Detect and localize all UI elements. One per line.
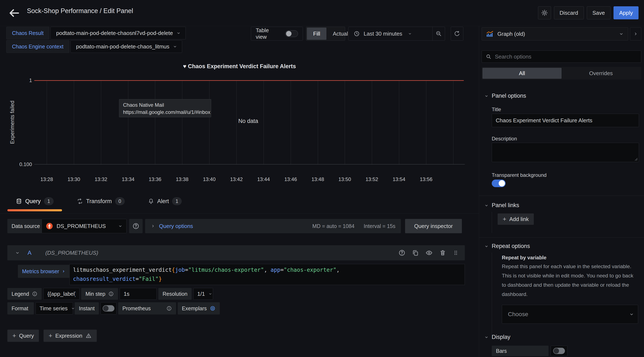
min-step-input[interactable]: [120, 288, 157, 300]
variable-value-text: podtato-main-pod-delete-chaosnl7vd-pod-d…: [56, 30, 173, 37]
max-data-points-stat: MD = auto = 1084: [312, 223, 354, 229]
no-data-label: No data: [238, 118, 258, 124]
x-tick-label: 13:30: [68, 176, 80, 182]
x-tick-label: 13:32: [95, 176, 107, 182]
query-options-strip: Query options MD = auto = 1084 Interval …: [145, 219, 401, 233]
instant-toggle-box: [100, 302, 116, 314]
plot-area[interactable]: No data: [34, 80, 465, 164]
exemplars-target-icon[interactable]: [210, 305, 216, 311]
refresh-button[interactable]: [451, 27, 463, 41]
table-view-label: Table view: [256, 27, 281, 40]
options-tab-overrides[interactable]: Overrides: [562, 68, 641, 79]
duplicate-query-icon[interactable]: [412, 249, 419, 256]
data-source-help-button[interactable]: [129, 219, 142, 233]
display-section-header[interactable]: Display: [484, 334, 510, 340]
tab-label: Query: [25, 198, 41, 205]
resolution-select[interactable]: 1/1: [193, 288, 213, 300]
options-pane: Graph (old) All Overrides Panel opt: [479, 26, 644, 357]
description-field-label: Description: [492, 136, 517, 142]
clock-icon: [354, 31, 360, 37]
gridline: [345, 80, 345, 164]
resolution-value: 1/1: [197, 291, 205, 297]
drag-handle-icon[interactable]: [452, 249, 459, 256]
chevron-down-icon: [484, 335, 489, 339]
query-row-header[interactable]: A (DS_PROMETHEUS): [7, 245, 465, 260]
bell-icon: [148, 198, 154, 204]
apply-button[interactable]: Apply: [614, 6, 638, 19]
x-tick-label: 13:38: [176, 176, 188, 182]
query-options-row-2: Format Time series Instant Prometheus Ex…: [7, 302, 220, 314]
resize-handle-icon[interactable]: [634, 158, 638, 161]
gridline: [74, 80, 74, 164]
tab-count-badge: 0: [115, 197, 125, 205]
chevron-down-icon[interactable]: [15, 250, 20, 255]
options-tab-all[interactable]: All: [482, 68, 562, 79]
tab-alert[interactable]: Alert 1: [140, 194, 190, 211]
repeat-variable-select[interactable]: Choose: [502, 305, 638, 324]
variable-chaos-result: Chaos Result podtato-main-pod-delete-cha…: [6, 27, 186, 39]
query-options-toggle[interactable]: Query options: [150, 223, 193, 229]
chevron-down-icon: [619, 31, 624, 37]
repeat-options-section-header[interactable]: Repeat options: [484, 243, 530, 249]
help-circle-icon[interactable]: [398, 249, 406, 256]
hide-query-eye-icon[interactable]: [425, 249, 433, 256]
tooltip-url[interactable]: https://mail.google.com/mail/u/1/#inbox: [123, 109, 207, 116]
graph-viz-icon: [486, 31, 494, 37]
back-button[interactable]: [9, 8, 20, 18]
panel-title-input[interactable]: [492, 114, 639, 127]
legend-label: Legend: [7, 288, 42, 300]
x-tick-label: 13:36: [149, 176, 161, 182]
gridline: [209, 80, 210, 164]
panel-options-section-header[interactable]: Panel options: [484, 93, 526, 99]
prometheus-label: Prometheus: [118, 302, 176, 314]
query-inspector-button[interactable]: Query inspector: [405, 219, 462, 233]
heart-icon: ♥: [183, 63, 186, 70]
warning-triangle-icon: [86, 332, 92, 339]
delete-query-trash-icon[interactable]: [439, 249, 446, 256]
chevron-down-icon: [208, 292, 212, 296]
instant-toggle[interactable]: [103, 305, 114, 311]
transparent-background-toggle[interactable]: [492, 180, 506, 187]
discard-button[interactable]: Discard: [554, 6, 584, 19]
panel-description-textarea[interactable]: [492, 143, 639, 162]
data-source-label: Data source: [7, 219, 44, 233]
add-query-button[interactable]: + Query: [7, 330, 39, 342]
zoom-out-time-button[interactable]: [433, 27, 445, 41]
table-view-toggle[interactable]: [285, 30, 298, 37]
tab-count-badge: 1: [44, 197, 54, 205]
indent-guide: [492, 212, 492, 233]
variable-label: Chaos Result: [6, 27, 49, 39]
variable-value-dropdown[interactable]: podtato-main-pod-delete-chaos_litmus: [70, 40, 182, 53]
panel-links-section-header[interactable]: Panel links: [484, 202, 519, 209]
bars-toggle[interactable]: [553, 348, 565, 354]
info-icon: [166, 306, 172, 311]
add-expression-button[interactable]: + Expression: [44, 330, 96, 342]
chevron-down-icon: [629, 312, 634, 317]
time-range-picker[interactable]: Last 30 minutes: [348, 27, 432, 41]
data-source-picker[interactable]: DS_PROMETHEUS: [42, 219, 126, 233]
tab-query[interactable]: Query 1: [7, 194, 62, 211]
save-button[interactable]: Save: [587, 6, 610, 19]
tab-transform[interactable]: Transform 0: [68, 194, 133, 211]
x-tick-label: 13:50: [338, 176, 351, 182]
add-link-button[interactable]: + Add link: [498, 213, 534, 225]
chevron-right-icon: [633, 31, 638, 37]
query-expression-editor[interactable]: litmuschaos_experiment_verdict{job="litm…: [70, 264, 465, 285]
metrics-browser-button[interactable]: Metrics browser: [18, 265, 70, 278]
bars-toggle-box: [550, 346, 568, 356]
database-icon: [16, 198, 22, 204]
resolution-label: Resolution: [158, 288, 192, 300]
search-icon: [486, 54, 492, 60]
fill-option[interactable]: Fill: [307, 28, 326, 40]
visualization-picker[interactable]: Graph (old): [482, 27, 628, 41]
panel-settings-button[interactable]: [538, 6, 551, 19]
variable-value-dropdown[interactable]: podtato-main-pod-delete-chaosnl7vd-pod-d…: [50, 27, 186, 39]
tabs-separator: [0, 213, 479, 213]
toggle-options-pane-button[interactable]: [630, 27, 641, 41]
search-options-input[interactable]: [495, 54, 637, 60]
format-select[interactable]: Time series: [36, 302, 73, 314]
page-title: Sock-Shop Performance / Edit Panel: [27, 7, 133, 15]
legend-format-input[interactable]: [43, 288, 80, 300]
query-datasource-hint: (DS_PROMETHEUS): [46, 250, 98, 256]
gridline: [372, 80, 372, 164]
